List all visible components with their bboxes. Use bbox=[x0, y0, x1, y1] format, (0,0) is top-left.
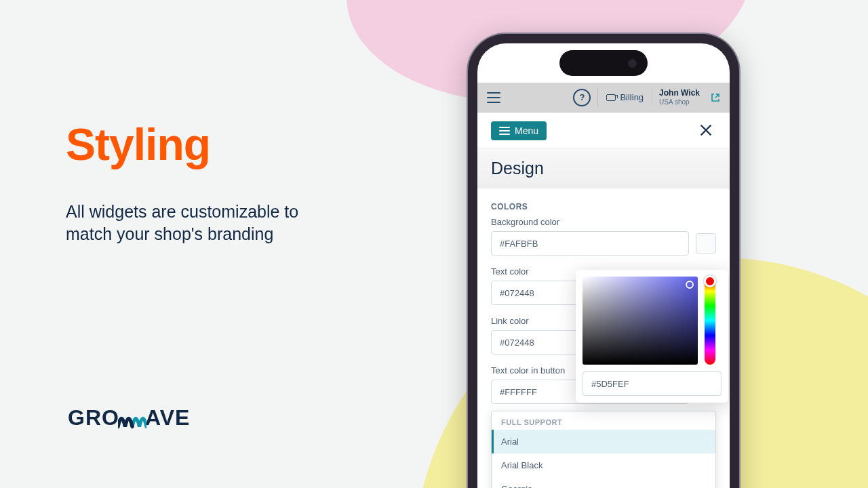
color-picker[interactable] bbox=[576, 270, 728, 403]
color-swatch-0[interactable] bbox=[696, 233, 716, 253]
saturation-handle[interactable] bbox=[686, 281, 694, 289]
main-menu-icon[interactable] bbox=[487, 92, 500, 103]
field-label: Background color bbox=[491, 217, 716, 227]
user-name: John Wick bbox=[659, 89, 700, 98]
picker-hex-input[interactable] bbox=[583, 371, 722, 396]
help-icon[interactable]: ? bbox=[573, 89, 591, 106]
section-heading-colors: COLORS bbox=[491, 202, 716, 211]
topbar: ? Billing John Wick USA shop bbox=[477, 83, 730, 113]
logo-wave-icon bbox=[118, 409, 146, 430]
phone-screen: ? Billing John Wick USA shop Menu bbox=[477, 43, 730, 488]
font-option[interactable]: Arial bbox=[492, 430, 715, 453]
page-title: Design bbox=[477, 149, 730, 188]
hue-slider[interactable] bbox=[705, 277, 715, 365]
close-button[interactable] bbox=[696, 120, 716, 142]
notch bbox=[559, 50, 648, 76]
font-option[interactable]: Arial Black bbox=[492, 453, 715, 477]
front-camera-icon bbox=[628, 59, 637, 68]
font-option[interactable]: Georgia bbox=[492, 477, 715, 488]
hue-handle[interactable] bbox=[704, 275, 716, 287]
headline: Styling bbox=[66, 119, 310, 170]
menubar: Menu bbox=[477, 113, 730, 149]
phone-frame: ? Billing John Wick USA shop Menu bbox=[468, 34, 739, 488]
logo-text-left: GRO bbox=[68, 405, 119, 430]
user-block[interactable]: John Wick USA shop bbox=[652, 89, 700, 105]
billing-button[interactable]: Billing bbox=[597, 89, 644, 106]
shop-name: USA shop bbox=[659, 98, 700, 106]
billing-label: Billing bbox=[620, 92, 644, 102]
menu-button-label: Menu bbox=[515, 125, 538, 136]
logo: GROAVE bbox=[68, 405, 190, 430]
design-form: COLORS Background color Text color Link … bbox=[477, 188, 730, 478]
subheadline: All widgets are customizable to match yo… bbox=[66, 201, 310, 245]
font-dropdown-heading: FULL SUPPORT bbox=[492, 411, 715, 430]
font-dropdown[interactable]: FULL SUPPORT ArialArial BlackGeorgia bbox=[491, 411, 716, 488]
logo-text-right: AVE bbox=[145, 405, 190, 430]
billing-icon bbox=[606, 94, 616, 101]
menu-button[interactable]: Menu bbox=[491, 121, 547, 140]
saturation-area[interactable] bbox=[583, 277, 698, 365]
external-link-icon[interactable] bbox=[711, 93, 720, 102]
color-input-0[interactable] bbox=[491, 231, 689, 256]
menu-icon bbox=[499, 127, 510, 135]
